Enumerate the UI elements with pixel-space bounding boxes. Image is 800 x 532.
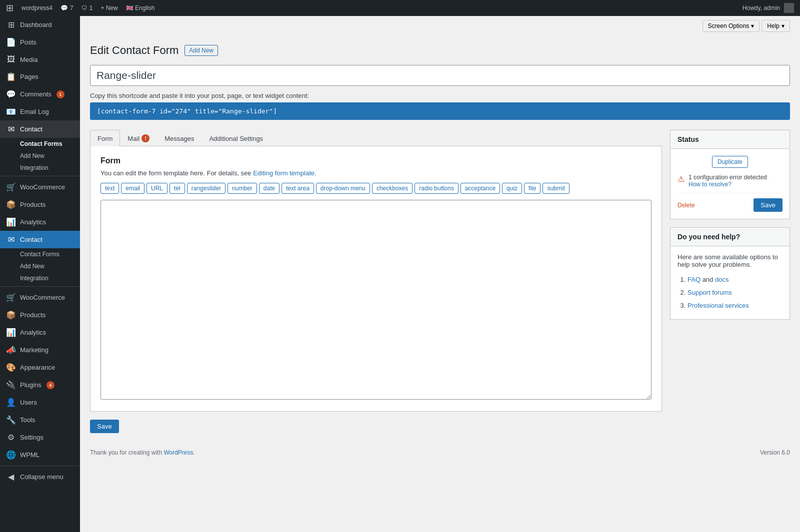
- plugins-icon: 🔌: [6, 380, 16, 390]
- professional-services-link[interactable]: Professional services: [688, 302, 749, 309]
- tag-btn-url[interactable]: URL: [146, 183, 168, 194]
- sidebar-label-analytics2: Analytics: [20, 329, 46, 336]
- new-content[interactable]: + New: [100, 4, 118, 11]
- sidebar-item-analytics[interactable]: 📊 Analytics: [0, 213, 80, 231]
- help-panel-body: Here are some available options to help …: [670, 246, 790, 319]
- help-button[interactable]: Help ▾: [762, 20, 790, 32]
- sidebar-item-woocommerce2[interactable]: 🛒 WooCommerce: [0, 289, 80, 306]
- tab-messages-label: Messages: [164, 135, 194, 142]
- tab-form-label: Form: [98, 135, 112, 142]
- tag-btn-radio[interactable]: radio buttons: [414, 183, 458, 194]
- site-name[interactable]: wordpress4: [22, 4, 52, 11]
- how-to-resolve-link[interactable]: How to resolve?: [688, 181, 767, 188]
- appearance-icon: 🎨: [6, 363, 16, 372]
- form-panel-desc: You can edit the form template here. For…: [100, 169, 652, 177]
- sidebar-item-products[interactable]: 📦 Products: [0, 196, 80, 213]
- sidebar-item-tools[interactable]: 🔧 Tools: [0, 411, 80, 429]
- tab-form[interactable]: Form: [90, 130, 120, 146]
- tag-btn-number[interactable]: number: [228, 183, 257, 194]
- sidebar-label-dashboard: Dashboard: [20, 21, 52, 28]
- tag-btn-email[interactable]: email: [121, 183, 144, 194]
- howdy-text: Howdy, admin: [742, 4, 780, 11]
- page-title-area: Edit Contact Form Add New: [90, 44, 790, 57]
- tag-btn-file[interactable]: file: [524, 183, 540, 194]
- sidebar-item-users[interactable]: 👤 Users: [0, 394, 80, 411]
- tab-additional-settings[interactable]: Additional Settings: [202, 130, 270, 146]
- tag-btn-quiz[interactable]: quiz: [502, 183, 522, 194]
- tab-mail[interactable]: Mail !: [120, 130, 157, 146]
- sidebar-item-posts[interactable]: 📄 Posts: [0, 33, 80, 51]
- tag-buttons-group: text email URL tel rangeslider number da…: [100, 183, 652, 194]
- save-button[interactable]: Save: [754, 198, 782, 212]
- analytics-icon: 📊: [6, 217, 16, 227]
- sidebar-item-dashboard[interactable]: ⊞ Dashboard: [0, 16, 80, 33]
- faq-link[interactable]: FAQ: [688, 276, 700, 283]
- sidebar-item-media[interactable]: 🖼 Media: [0, 51, 80, 68]
- sidebar-label-marketing: Marketing: [20, 346, 48, 354]
- shortcode-label: Copy this shortcode and paste it into yo…: [90, 92, 790, 99]
- sidebar-item-appearance[interactable]: 🎨 Appearance: [0, 359, 80, 376]
- woocommerce2-icon: 🛒: [6, 293, 16, 302]
- page-wrap: Edit Contact Form Add New Copy this shor…: [80, 36, 800, 441]
- sidebar-item-comments[interactable]: 💬 Comments 1: [0, 85, 80, 103]
- footer-left: Thank you for creating with WordPress.: [90, 449, 195, 456]
- admin-avatar[interactable]: [784, 3, 794, 13]
- docs-link[interactable]: docs: [715, 276, 728, 283]
- tag-btn-acceptance[interactable]: acceptance: [460, 183, 500, 194]
- status-footer: Delete Save: [678, 193, 782, 212]
- analytics2-icon: 📊: [6, 328, 16, 337]
- sidebar-subitem-integration[interactable]: Integration: [0, 162, 80, 174]
- add-new-button[interactable]: Add New: [184, 45, 218, 56]
- tab-messages[interactable]: Messages: [157, 130, 202, 146]
- comments-count[interactable]: 💬 7: [60, 4, 74, 11]
- sidebar-label-contact: Contact: [20, 125, 42, 133]
- sidebar-label-comments: Comments: [20, 90, 52, 98]
- sidebar-item-analytics2[interactable]: 📊 Analytics: [0, 324, 80, 341]
- screen-options-button[interactable]: Screen Options ▾: [702, 20, 760, 32]
- media-icon: 🖼: [6, 55, 16, 64]
- sidebar-item-wpml[interactable]: 🌐 WPML: [0, 446, 80, 464]
- sidebar-item-settings[interactable]: ⚙ Settings: [0, 429, 80, 446]
- delete-link[interactable]: Delete: [678, 202, 695, 209]
- shortcode-box[interactable]: [contact-form-7 id="274" title="Range-sl…: [90, 102, 790, 120]
- tag-btn-textarea[interactable]: text area: [282, 183, 314, 194]
- form-title-input[interactable]: [90, 65, 790, 86]
- sidebar-item-pages[interactable]: 📋 Pages: [0, 68, 80, 85]
- sidebar-item-woocommerce[interactable]: 🛒 WooCommerce: [0, 178, 80, 196]
- tag-btn-rangeslider[interactable]: rangeslider: [187, 183, 226, 194]
- tag-btn-tel[interactable]: tel: [170, 183, 185, 194]
- sidebar-item-products2[interactable]: 📦 Products: [0, 306, 80, 324]
- sidebar-subitem-add-new2[interactable]: Add New: [0, 260, 80, 272]
- pages-icon: 📋: [6, 72, 16, 81]
- mail-error-badge: !: [142, 134, 150, 142]
- wp-logo[interactable]: ⊞: [6, 2, 14, 13]
- status-panel-header: Status: [670, 130, 790, 149]
- sidebar-subitem-contact-forms2[interactable]: Contact Forms: [0, 248, 80, 260]
- tag-btn-checkboxes[interactable]: checkboxes: [372, 183, 412, 194]
- comment-icon-item[interactable]: 🗨 1: [82, 4, 93, 11]
- sidebar-subitem-integration2[interactable]: Integration: [0, 272, 80, 284]
- wordpress-link[interactable]: WordPress: [164, 449, 193, 456]
- sidebar-item-contact2[interactable]: ✉ Contact: [0, 231, 80, 248]
- error-text: 1 configuration error detected How to re…: [688, 174, 767, 188]
- form-template-textarea[interactable]: [100, 200, 652, 400]
- side-column: Status Duplicate ⚠ 1 configuration error…: [670, 130, 790, 328]
- tag-btn-text[interactable]: text: [100, 183, 119, 194]
- sidebar-item-plugins[interactable]: 🔌 Plugins 4: [0, 376, 80, 394]
- help-panel: Do you need help? Here are some availabl…: [670, 227, 790, 320]
- editing-form-template-link[interactable]: Editing form template: [253, 169, 314, 177]
- status-panel: Status Duplicate ⚠ 1 configuration error…: [670, 130, 790, 219]
- sidebar-item-contact[interactable]: ✉ Contact: [0, 120, 80, 138]
- sidebar-item-email-log[interactable]: 📧 Email Log: [0, 103, 80, 120]
- tag-btn-date[interactable]: date: [259, 183, 280, 194]
- duplicate-button[interactable]: Duplicate: [712, 156, 748, 168]
- collapse-menu[interactable]: ◀ Collapse menu: [0, 468, 80, 486]
- sidebar-subitem-contact-forms[interactable]: Contact Forms: [0, 138, 80, 150]
- sidebar-subitem-add-new[interactable]: Add New: [0, 150, 80, 162]
- tag-btn-dropdown[interactable]: drop-down menu: [316, 183, 370, 194]
- tag-btn-submit[interactable]: submit: [542, 183, 569, 194]
- language-switcher[interactable]: 🇬🇧 English: [126, 4, 155, 11]
- support-forums-link[interactable]: Support forums: [688, 289, 732, 296]
- bottom-save-button[interactable]: Save: [90, 420, 119, 433]
- sidebar-item-marketing[interactable]: 📣 Marketing: [0, 341, 80, 359]
